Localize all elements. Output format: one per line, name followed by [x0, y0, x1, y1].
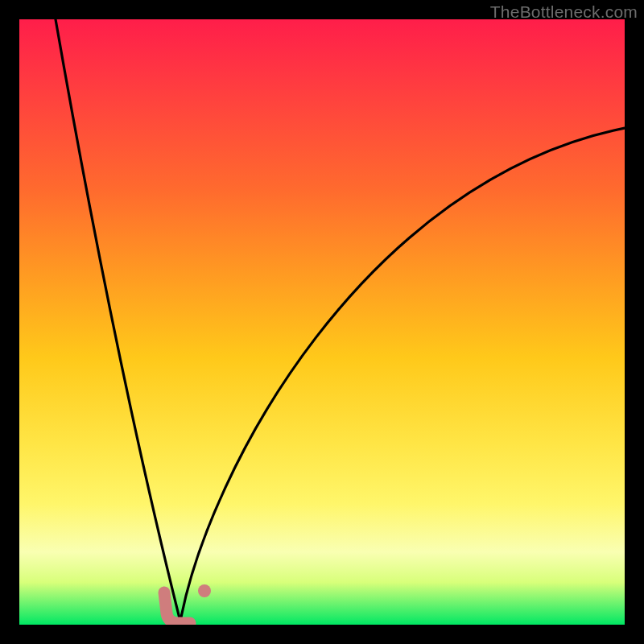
- watermark-text: TheBottleneck.com: [490, 2, 638, 22]
- bottleneck-curve: [19, 19, 625, 625]
- frame-black-border: TheBottleneck.com: [0, 0, 644, 644]
- right-branch-curve: [180, 128, 625, 621]
- single-dot-marker: [198, 584, 211, 597]
- left-branch-curve: [56, 19, 180, 621]
- plot-area: [19, 19, 625, 625]
